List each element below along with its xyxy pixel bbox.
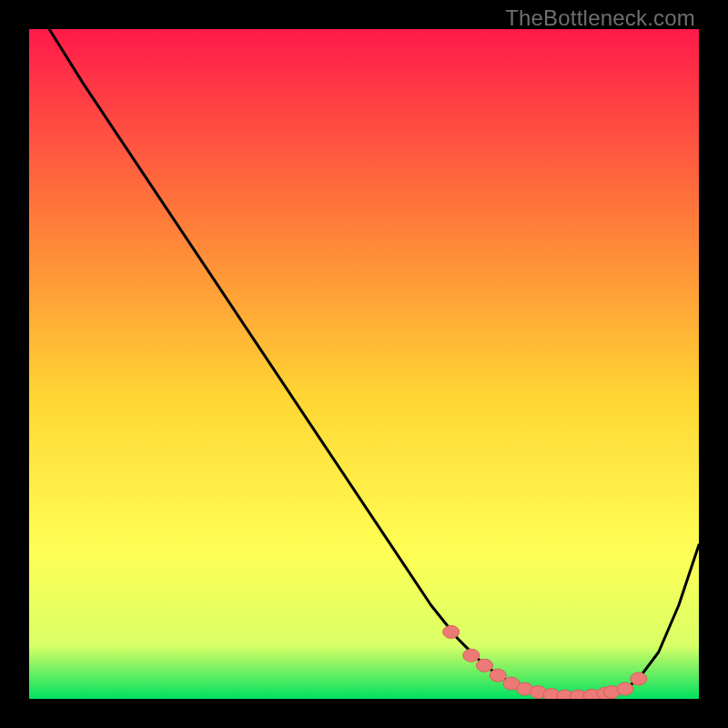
bottleneck-chart xyxy=(29,29,699,699)
curve-marker xyxy=(617,682,633,695)
curve-marker xyxy=(463,649,480,662)
curve-marker xyxy=(631,672,647,685)
watermark-text: TheBottleneck.com xyxy=(505,5,695,31)
curve-marker xyxy=(477,659,493,672)
curve-marker xyxy=(490,669,506,682)
gradient-background xyxy=(29,29,699,699)
curve-marker xyxy=(443,625,460,638)
chart-frame xyxy=(29,29,699,699)
